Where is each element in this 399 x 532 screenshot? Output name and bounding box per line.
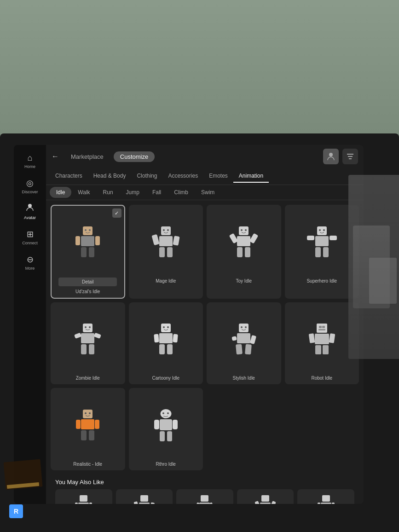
svg-rect-51 — [159, 344, 165, 354]
more-icon: ⊖ — [27, 254, 34, 265]
you-may-item-2[interactable] — [116, 489, 173, 504]
svg-rect-87 — [78, 503, 89, 504]
svg-rect-48 — [159, 333, 173, 343]
filter-button[interactable] — [342, 149, 358, 164]
tab-emotes[interactable]: Emotes — [203, 170, 233, 183]
grid-item-mage[interactable]: Mage Idle — [129, 205, 203, 299]
svg-rect-92 — [140, 495, 148, 502]
svg-point-71 — [85, 412, 87, 414]
svg-rect-9 — [75, 236, 80, 245]
svg-point-6 — [85, 229, 87, 231]
item-label: Superhero Idle — [306, 278, 337, 283]
svg-rect-95 — [150, 502, 155, 504]
detail-button[interactable]: Detail — [58, 278, 117, 286]
anim-tab-run[interactable]: Run — [97, 187, 120, 198]
svg-rect-88 — [75, 503, 78, 504]
discover-icon: ◎ — [26, 178, 34, 188]
tab-clothing[interactable]: Clothing — [131, 170, 162, 183]
anim-tab-walk[interactable]: Walk — [71, 187, 96, 198]
svg-rect-83 — [173, 420, 178, 429]
sidebar-item-connect[interactable]: ⊞ Connect — [16, 226, 44, 249]
tab-animation[interactable]: Animation — [233, 170, 269, 183]
anim-tab-swim[interactable]: Swim — [195, 187, 221, 198]
item-label: Toy Idle — [236, 278, 252, 283]
svg-rect-5 — [83, 226, 93, 235]
grid-item-toy[interactable]: Toy Idle — [207, 205, 281, 299]
anim-tab-climb[interactable]: Climb — [168, 187, 195, 198]
svg-point-46 — [163, 326, 165, 328]
svg-rect-93 — [139, 503, 150, 504]
category-nav: Characters Head & Body Clothing Accessor… — [46, 168, 364, 185]
you-may-item-5[interactable] — [297, 489, 354, 504]
sidebar-item-home[interactable]: ⌂ Home — [16, 150, 44, 173]
svg-rect-13 — [161, 226, 171, 235]
svg-rect-64 — [318, 329, 325, 330]
avatar-icon — [26, 203, 34, 214]
grid-item-cartoony[interactable]: Cartoony Idle — [129, 302, 203, 385]
item-image — [289, 306, 356, 373]
svg-point-72 — [89, 412, 91, 414]
svg-rect-104 — [261, 495, 269, 502]
svg-point-23 — [245, 229, 247, 231]
svg-rect-70 — [83, 410, 93, 418]
svg-point-38 — [85, 326, 87, 328]
svg-rect-68 — [315, 345, 321, 354]
grid-item-robot[interactable]: Robot Idle — [285, 302, 359, 385]
svg-rect-98 — [201, 495, 208, 502]
anim-tab-idle[interactable]: Idle — [50, 187, 71, 198]
svg-point-15 — [167, 229, 169, 231]
svg-rect-61 — [317, 324, 327, 333]
svg-rect-44 — [89, 344, 94, 354]
svg-rect-84 — [160, 431, 165, 441]
svg-rect-113 — [332, 503, 335, 504]
svg-rect-27 — [237, 247, 243, 257]
anim-tab-jump[interactable]: Jump — [120, 187, 146, 198]
svg-rect-100 — [195, 502, 200, 504]
back-button[interactable]: ← — [52, 152, 59, 161]
anim-tab-fall[interactable]: Fall — [146, 187, 168, 198]
svg-point-80 — [167, 412, 169, 414]
item-image — [133, 306, 200, 373]
svg-rect-58 — [250, 335, 256, 344]
svg-point-1 — [329, 153, 333, 156]
tab-characters[interactable]: Characters — [50, 170, 88, 183]
svg-rect-11 — [81, 247, 87, 257]
grid-item-zombie[interactable]: Zombie Idle — [51, 302, 125, 385]
check-badge: ✓ — [112, 208, 121, 218]
svg-rect-101 — [209, 502, 214, 504]
tab-accessories[interactable]: Accessories — [162, 170, 203, 183]
svg-rect-25 — [229, 233, 238, 243]
avatar-button[interactable] — [323, 149, 339, 164]
item-label: Stylish Idle — [233, 376, 255, 381]
svg-rect-18 — [173, 236, 179, 246]
svg-rect-99 — [199, 503, 210, 504]
svg-rect-105 — [260, 503, 271, 504]
svg-rect-69 — [323, 345, 329, 354]
header-tabs: Marketplace Customize — [64, 151, 155, 162]
item-image — [55, 209, 121, 275]
svg-rect-59 — [236, 344, 243, 355]
svg-rect-49 — [154, 334, 159, 343]
tab-marketplace[interactable]: Marketplace — [64, 151, 110, 162]
you-may-item-4[interactable] — [237, 489, 294, 504]
svg-rect-66 — [308, 334, 315, 343]
svg-rect-81 — [160, 419, 172, 430]
grid-item-rthro[interactable]: Rthro Idle — [129, 388, 203, 470]
svg-point-0 — [28, 204, 32, 208]
svg-rect-73 — [81, 419, 94, 429]
sidebar-item-more[interactable]: ⊖ More — [16, 251, 44, 274]
svg-rect-42 — [94, 333, 101, 339]
tab-head-body[interactable]: Head & Body — [88, 170, 132, 183]
tab-customize[interactable]: Customize — [114, 151, 155, 162]
sidebar-item-discover[interactable]: ◎ Discover — [16, 174, 44, 198]
item-label: Ud'zal's Idle — [75, 289, 100, 294]
svg-rect-8 — [81, 236, 94, 246]
taskbar-roblox-icon[interactable]: R — [9, 504, 23, 518]
item-label: Zombie Idle — [76, 376, 100, 381]
sidebar-item-avatar[interactable]: Avatar — [16, 200, 44, 224]
grid-item-stylish[interactable]: Stylish Idle — [207, 302, 281, 385]
svg-rect-19 — [159, 247, 165, 257]
grid-item-superhero[interactable]: Superhero Idle — [285, 205, 359, 299]
grid-item-udzal[interactable]: ✓ — [51, 205, 125, 299]
you-may-item-3[interactable] — [176, 489, 233, 504]
